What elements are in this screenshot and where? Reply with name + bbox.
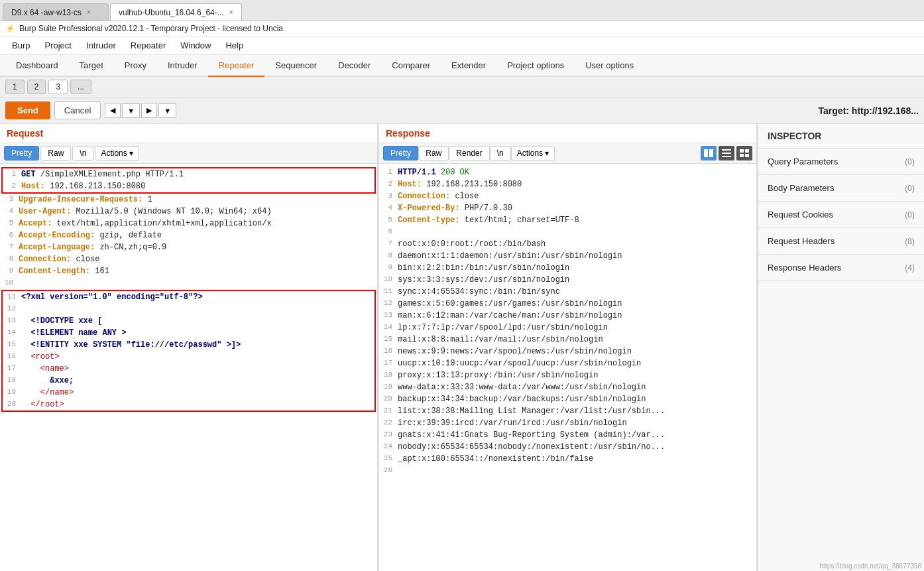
request-raw-btn[interactable]: Raw [40, 146, 71, 160]
line-content-8: Connection: close [19, 253, 377, 265]
prev-dropdown-button[interactable]: ▼ [122, 103, 140, 118]
tab-project-options[interactable]: Project options [496, 55, 575, 77]
request-line-6: 6 Accept-Encoding: gzip, deflate [0, 229, 377, 241]
tab-user-options[interactable]: User options [575, 55, 644, 77]
response-code-area[interactable]: 1 HTTP/1.1 200 OK 2 Host: 192.168.213.15… [379, 164, 756, 571]
line-content-18: &xxe; [21, 375, 375, 387]
nav-arrows: ◀ ▼ ▶ ▼ [105, 103, 176, 118]
resp-line-content-6 [398, 226, 756, 238]
response-line-13: 13 man:x:6:12:man:/var/cache/man:/usr/sb… [379, 310, 756, 322]
resp-line-num-4: 4 [379, 202, 398, 214]
request-line-7: 7 Accept-Language: zh-CN,zh;q=0.9 [0, 241, 377, 253]
resp-line-num-3: 3 [379, 190, 398, 202]
tab-proxy[interactable]: Proxy [114, 55, 157, 77]
response-line-16: 16 news:x:9:9:news:/var/spool/news:/usr/… [379, 346, 756, 357]
sub-tab-2[interactable]: 2 [27, 80, 46, 94]
browser-tab-2[interactable]: vulhub-Ubuntu_16.04.6_64-... × [110, 3, 242, 21]
response-pretty-btn[interactable]: Pretty [383, 146, 418, 160]
tab-comparer[interactable]: Comparer [381, 55, 441, 77]
response-line-2: 2 Host: 192.168.213.150:8080 [379, 178, 756, 190]
resp-line-num-10: 10 [379, 274, 398, 286]
request-code-area[interactable]: 1 GET /SimpleXMLElement.php HTTP/1.1 2 H… [0, 164, 377, 571]
resp-line-content-16: news:x:9:9:news:/var/spool/news:/usr/sbi… [398, 346, 756, 357]
request-pretty-btn[interactable]: Pretty [4, 146, 39, 160]
inspector-request-headers-count: (8) [905, 237, 915, 246]
line-content-4: User-Agent: Mozilla/5.0 (Windows NT 10.0… [19, 206, 377, 218]
resp-line-content-15: mail:x:8:8:mail:/var/mail:/usr/sbin/nolo… [398, 334, 756, 346]
tab-decoder[interactable]: Decoder [327, 55, 381, 77]
response-line-25: 25 _apt:x:100:65534::/nonexistent:/bin/f… [379, 453, 756, 465]
inspector-query-params[interactable]: Query Parameters (0) [758, 149, 924, 175]
line-num-13: 13 [3, 315, 21, 327]
view-split-icon[interactable] [701, 146, 717, 160]
resp-line-content-12: games:x:5:60:games:/usr/games:/usr/sbin/… [398, 298, 756, 310]
resp-line-content-21: list:x:38:38:Mailing List Manager:/var/l… [398, 405, 756, 417]
inspector-response-headers[interactable]: Response Headers (4) [758, 255, 924, 281]
next-dropdown-button[interactable]: ▼ [158, 103, 176, 118]
resp-line-content-13: man:x:6:12:man:/var/cache/man:/usr/sbin/… [398, 310, 756, 322]
response-line-5: 5 Content-type: text/html; charset=UTF-8 [379, 214, 756, 226]
line-num-2: 2 [3, 180, 21, 192]
line-content-6: Accept-Encoding: gzip, deflate [19, 229, 377, 241]
tab-close-2[interactable]: × [229, 9, 233, 16]
tab-extender[interactable]: Extender [441, 55, 496, 77]
tab-close-1[interactable]: × [87, 9, 91, 16]
menu-help[interactable]: Help [219, 38, 250, 53]
menu-repeater[interactable]: Repeater [124, 38, 172, 53]
tab-target[interactable]: Target [69, 55, 114, 77]
request-line-9: 9 Content-Length: 161 [0, 265, 377, 277]
sub-tab-3[interactable]: 3 [48, 80, 68, 94]
resp-line-content-5: Content-type: text/html; charset=UTF-8 [398, 214, 756, 226]
request-line-8: 8 Connection: close [0, 253, 377, 265]
response-render-btn[interactable]: Render [449, 146, 489, 160]
next-arrow-button[interactable]: ▶ [141, 103, 157, 118]
response-line-10: 10 sys:x:3:3:sys:/dev:/usr/sbin/nologin [379, 274, 756, 286]
resp-line-content-14: lp:x:7:7:lp:/var/spool/lpd:/usr/sbin/nol… [398, 322, 756, 334]
menu-intruder[interactable]: Intruder [80, 38, 123, 53]
inspector-body-params[interactable]: Body Parameters (0) [758, 175, 924, 202]
resp-line-content-19: www-data:x:33:33:www-data:/var/www:/usr/… [398, 381, 756, 393]
request-actions-btn[interactable]: Actions ▾ [95, 146, 139, 160]
tab-sequencer[interactable]: Sequencer [264, 55, 327, 77]
response-line-23: 23 gnats:x:41:41:Gnats Bug-Reporting Sys… [379, 429, 756, 441]
inspector-request-cookies[interactable]: Request Cookies (0) [758, 202, 924, 228]
resp-line-content-7: root:x:0:0:root:/root:/bin/bash [398, 238, 756, 250]
browser-tab-1[interactable]: D9.x 64 -aw-w13-cs × [3, 3, 109, 21]
resp-line-content-10: sys:x:3:3:sys:/dev:/usr/sbin/nologin [398, 274, 756, 286]
tab-intruder[interactable]: Intruder [157, 55, 208, 77]
resp-line-content-18: proxy:x:13:13:proxy:/bin:/usr/sbin/nolog… [398, 369, 756, 381]
view-list-icon[interactable] [719, 146, 734, 160]
resp-line-num-15: 15 [379, 334, 398, 346]
view-grid-icon[interactable] [736, 146, 752, 160]
resp-line-content-8: daemon:x:1:1:daemon:/usr/sbin:/usr/sbin/… [398, 250, 756, 262]
response-raw-btn[interactable]: Raw [418, 146, 449, 160]
inspector-body-params-count: (0) [905, 184, 915, 193]
svg-rect-1 [709, 149, 713, 157]
sub-tab-1[interactable]: 1 [5, 80, 25, 94]
resp-line-num-16: 16 [379, 346, 398, 357]
tab-dashboard[interactable]: Dashboard [5, 55, 69, 77]
tab-repeater[interactable]: Repeater [208, 55, 264, 77]
inspector-response-headers-count: (4) [905, 263, 915, 273]
request-header: Request [0, 124, 377, 143]
response-line-9: 9 bin:x:2:2:bin:/bin:/usr/sbin/nologin [379, 262, 756, 274]
menu-project[interactable]: Project [38, 38, 78, 53]
menu-window[interactable]: Window [174, 38, 217, 53]
response-n-btn[interactable]: \n [490, 146, 511, 160]
sub-tab-more[interactable]: ... [70, 80, 91, 94]
response-line-21: 21 list:x:38:38:Mailing List Manager:/va… [379, 405, 756, 417]
cancel-button[interactable]: Cancel [54, 101, 101, 119]
response-actions-btn[interactable]: Actions ▾ [511, 146, 555, 160]
resp-line-content-23: gnats:x:41:41:Gnats Bug-Reporting System… [398, 429, 756, 441]
request-line-5: 5 Accept: text/html,application/xhtml+xm… [0, 218, 377, 229]
request-n-btn[interactable]: \n [72, 146, 93, 160]
prev-arrow-button[interactable]: ◀ [105, 103, 121, 118]
line-num-12: 12 [3, 303, 21, 315]
menu-burp[interactable]: Burp [5, 38, 36, 53]
response-line-20: 20 backup:x:34:34:backup:/var/backups:/u… [379, 393, 756, 405]
response-line-11: 11 sync:x:4:65534:sync:/bin:/bin/sync [379, 286, 756, 298]
request-highlight-box-2: 11 <?xml version="1.0" encoding="utf-8"?… [1, 290, 376, 412]
send-button[interactable]: Send [5, 101, 50, 119]
resp-line-content-20: backup:x:34:34:backup:/var/backups:/usr/… [398, 393, 756, 405]
inspector-request-headers[interactable]: Request Headers (8) [758, 228, 924, 255]
